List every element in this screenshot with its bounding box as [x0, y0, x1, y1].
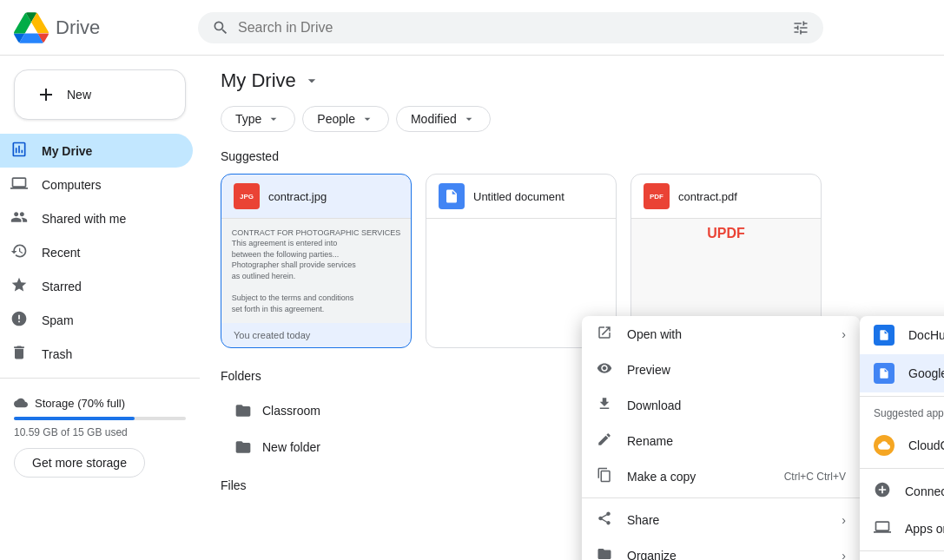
sidebar-item-shared-with-me[interactable]: Shared with me — [0, 201, 193, 235]
chevron-icon: › — [842, 549, 846, 561]
plus-circle-icon — [874, 481, 891, 501]
sidebar-item-label: Trash — [42, 347, 72, 361]
rename-icon — [596, 432, 613, 450]
suggested-apps-label: Suggested apps — [860, 400, 944, 426]
gdocs-icon — [874, 363, 894, 384]
filter-sliders-icon[interactable] — [792, 19, 809, 36]
submenu-divider-2 — [860, 468, 944, 469]
recent-icon — [10, 242, 28, 262]
cloud-icon — [14, 396, 28, 410]
sidebar: New My Drive Computers Shared with me — [0, 56, 200, 560]
submenu-item-dochub[interactable]: DocHub - PDF Sign and Edit — [860, 316, 944, 354]
sidebar-item-starred[interactable]: Starred — [0, 269, 193, 303]
sidebar-item-label: My Drive — [42, 144, 92, 158]
sidebar-item-label: Starred — [42, 280, 82, 293]
download-icon — [596, 396, 613, 414]
menu-item-label: Rename — [627, 434, 673, 448]
logo: Drive — [14, 10, 188, 45]
main-layout: New My Drive Computers Shared with me — [0, 56, 944, 560]
organize-icon — [596, 546, 613, 560]
new-button-wrapper: New — [0, 63, 200, 134]
chevron-icon: › — [842, 513, 846, 527]
sidebar-divider — [0, 378, 200, 379]
submenu-item-apps-computer[interactable]: Apps on your computer — [860, 510, 944, 547]
menu-item-make-copy[interactable]: Make a copy Ctrl+C Ctrl+V — [582, 458, 860, 494]
new-button[interactable]: New — [14, 69, 186, 120]
plus-icon — [36, 84, 56, 105]
search-bar[interactable] — [198, 12, 823, 43]
sidebar-item-my-drive[interactable]: My Drive — [0, 134, 193, 168]
dochub-icon — [874, 325, 894, 346]
share-icon — [596, 511, 613, 529]
storage-bar-bg — [14, 417, 186, 420]
storage-text: 10.59 GB of 15 GB used — [14, 426, 128, 438]
submenu-item-connect-more[interactable]: Connect more apps — [860, 472, 944, 510]
preview-icon — [596, 360, 613, 379]
topbar: Drive — [0, 0, 944, 56]
shortcut-label: Ctrl+C Ctrl+V — [784, 471, 846, 483]
sidebar-item-trash[interactable]: Trash — [0, 337, 193, 371]
chevron-icon: › — [842, 327, 846, 341]
open-with-submenu: DocHub - PDF Sign and Edit Google Docs S… — [860, 316, 944, 560]
my-drive-icon — [10, 141, 28, 161]
search-input[interactable] — [238, 20, 783, 36]
search-icon — [212, 19, 229, 36]
submenu-bottom-item[interactable]: Scripy · Info + — [860, 555, 944, 560]
menu-item-label: Organize — [627, 549, 677, 561]
get-more-storage-button[interactable]: Get more storage — [14, 448, 145, 478]
submenu-item-cloudconvert[interactable]: CloudConvert — [860, 426, 944, 464]
menu-item-download[interactable]: Download — [582, 387, 860, 423]
submenu-item-label: Connect more apps — [905, 484, 944, 498]
storage-bar-fill — [14, 417, 135, 420]
menu-item-preview[interactable]: Preview — [582, 352, 860, 387]
submenu-item-label: Google Docs — [908, 366, 944, 380]
menu-item-rename[interactable]: Rename — [582, 423, 860, 458]
sidebar-item-label: Recent — [42, 246, 80, 260]
cloudconvert-icon — [874, 435, 894, 456]
submenu-item-label: DocHub - PDF Sign and Edit — [908, 328, 944, 342]
menu-item-organize[interactable]: Organize › — [582, 537, 860, 560]
open-with-icon — [596, 325, 613, 343]
computers-icon — [10, 175, 28, 194]
sidebar-item-computers[interactable]: Computers — [0, 168, 193, 201]
shared-icon — [10, 208, 28, 228]
new-button-label: New — [67, 88, 91, 102]
menu-item-label: Open with — [627, 327, 682, 341]
copy-icon — [596, 467, 613, 485]
menu-item-open-with[interactable]: Open with › — [582, 316, 860, 352]
spam-icon — [10, 310, 28, 330]
submenu-item-google-docs[interactable]: Google Docs — [860, 354, 944, 392]
sidebar-item-label: Shared with me — [42, 212, 126, 226]
submenu-divider-3 — [860, 550, 944, 551]
menu-item-label: Download — [627, 399, 681, 412]
trash-icon — [10, 344, 28, 364]
storage-section: Storage (70% full) 10.59 GB of 15 GB use… — [0, 385, 200, 488]
menu-item-label: Preview — [627, 363, 670, 377]
starred-icon — [10, 276, 28, 296]
app-title: Drive — [56, 16, 100, 39]
submenu-item-label: CloudConvert — [908, 438, 944, 452]
drive-logo-icon — [14, 10, 49, 45]
context-menu: Open with › Preview Download — [582, 316, 860, 560]
menu-divider — [582, 497, 860, 498]
sidebar-item-recent[interactable]: Recent — [0, 235, 193, 269]
submenu-divider — [860, 396, 944, 397]
menu-item-share[interactable]: Share › — [582, 502, 860, 537]
sidebar-item-spam[interactable]: Spam — [0, 303, 193, 337]
sidebar-item-label: Spam — [42, 313, 74, 327]
sidebar-item-label: Computers — [42, 178, 101, 192]
monitor-icon — [874, 518, 891, 538]
content-area: My Drive Type People Modified Suggested — [200, 56, 944, 560]
storage-label: Storage (70% full) — [35, 397, 125, 410]
menu-item-label: Share — [627, 513, 659, 527]
menu-item-label: Make a copy — [627, 470, 696, 484]
submenu-item-label: Apps on your computer — [905, 522, 944, 536]
